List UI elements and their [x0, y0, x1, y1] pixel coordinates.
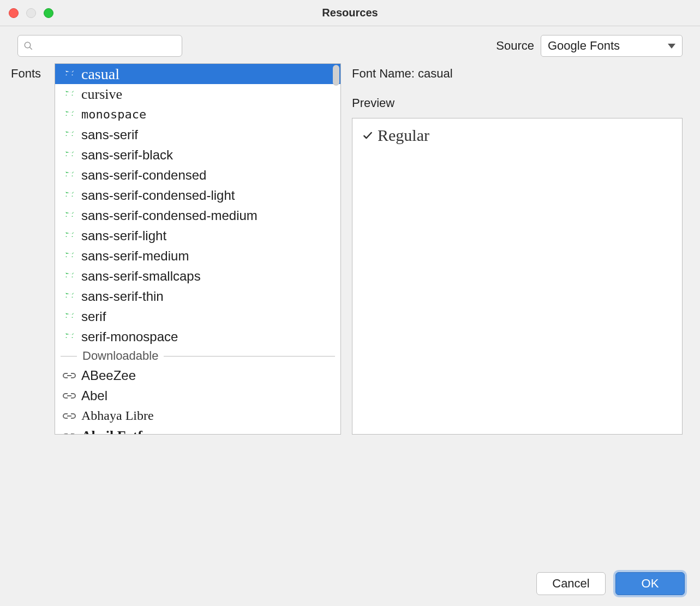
font-item-label: sans-serif-condensed-light — [81, 188, 235, 203]
svg-line-1 — [29, 47, 32, 50]
preview-variant-label: Regular — [378, 126, 429, 145]
link-icon — [63, 391, 76, 400]
font-item-label: sans-serif-smallcaps — [81, 269, 201, 284]
font-item[interactable]: serif — [55, 306, 340, 326]
font-item-label: Abel — [81, 388, 107, 403]
font-item[interactable]: Abhaya Libre — [55, 406, 340, 426]
preview-box: Regular — [352, 118, 683, 435]
android-icon — [63, 271, 76, 281]
minimize-window-button[interactable] — [26, 8, 36, 18]
cancel-button-label: Cancel — [552, 577, 589, 591]
font-item-label: serif-monospace — [81, 329, 178, 344]
font-item[interactable]: ABeeZee — [55, 365, 340, 385]
font-item-label: sans-serif-condensed-medium — [81, 208, 258, 223]
android-icon — [63, 150, 76, 160]
search-icon — [23, 41, 33, 51]
link-icon — [63, 412, 76, 420]
font-item-label: serif — [81, 309, 106, 324]
font-item[interactable]: Abril Fatface — [55, 426, 340, 434]
font-item-label: casual — [81, 66, 119, 83]
android-icon — [63, 69, 76, 79]
font-item-label: sans-serif-condensed — [81, 168, 206, 183]
dialog-footer: Cancel OK — [536, 572, 685, 595]
svg-point-0 — [25, 42, 31, 48]
font-item-label: sans-serif-medium — [81, 248, 189, 264]
font-name-value: casual — [418, 67, 453, 80]
font-item[interactable]: sans-serif-condensed-light — [55, 185, 340, 205]
font-item[interactable]: casual — [55, 64, 340, 84]
font-item-label: sans-serif-black — [81, 147, 173, 163]
cancel-button[interactable]: Cancel — [536, 572, 606, 595]
font-item[interactable]: monospace — [55, 104, 340, 124]
android-icon — [63, 312, 76, 322]
detail-panel: Font Name: casual Preview Regular — [352, 63, 683, 435]
font-list-panel: casualcursivemonospacesans-serifsans-ser… — [55, 63, 341, 435]
android-icon — [63, 231, 76, 241]
font-item-label: sans-serif-thin — [81, 289, 164, 304]
android-icon — [63, 332, 76, 342]
source-wrap: Source Google Fonts — [496, 35, 683, 57]
font-item-label: cursive — [81, 86, 122, 103]
font-item[interactable]: sans-serif — [55, 124, 340, 145]
font-item-label: sans-serif — [81, 127, 138, 142]
font-item[interactable]: sans-serif-smallcaps — [55, 266, 340, 286]
font-item[interactable]: sans-serif-condensed — [55, 165, 340, 185]
android-icon — [63, 90, 76, 99]
link-icon — [63, 432, 76, 435]
android-icon — [63, 110, 76, 120]
font-item[interactable]: sans-serif-thin — [55, 286, 340, 306]
chevron-down-icon — [668, 44, 675, 49]
font-name-label: Font Name: — [352, 67, 415, 80]
font-item-label: Abhaya Libre — [81, 408, 154, 423]
search-input[interactable] — [38, 40, 176, 52]
font-item[interactable]: serif-monospace — [55, 326, 340, 347]
android-icon — [63, 170, 76, 180]
source-dropdown[interactable]: Google Fonts — [541, 35, 683, 57]
titlebar: Resources — [0, 0, 700, 26]
link-icon — [63, 371, 76, 380]
section-divider: Downloadable — [55, 347, 340, 365]
android-icon — [63, 130, 76, 140]
maximize-window-button[interactable] — [44, 8, 53, 18]
ok-button-label: OK — [642, 577, 659, 591]
font-item-label: ABeeZee — [81, 368, 136, 383]
check-icon — [362, 130, 373, 141]
android-icon — [63, 292, 76, 301]
font-name-row: Font Name: casual — [352, 63, 683, 81]
close-window-button[interactable] — [9, 8, 19, 18]
source-label: Source — [496, 39, 534, 53]
font-item-label: monospace — [81, 108, 146, 121]
font-item-label: sans-serif-light — [81, 228, 166, 243]
ok-button[interactable]: OK — [615, 572, 685, 595]
android-icon — [63, 211, 76, 221]
preview-label: Preview — [352, 96, 683, 110]
font-item[interactable]: Abel — [55, 385, 340, 406]
preview-variant-row[interactable]: Regular — [362, 126, 672, 145]
font-list[interactable]: casualcursivemonospacesans-serifsans-ser… — [55, 64, 340, 434]
font-item[interactable]: sans-serif-black — [55, 145, 340, 165]
fonts-section-label: Fonts — [11, 63, 45, 435]
window-title: Resources — [0, 7, 700, 19]
font-item[interactable]: sans-serif-light — [55, 225, 340, 246]
font-item[interactable]: sans-serif-condensed-medium — [55, 205, 340, 225]
traffic-lights — [9, 8, 53, 18]
source-dropdown-value: Google Fonts — [548, 39, 620, 53]
android-icon — [63, 251, 76, 261]
font-item-label: Abril Fatface — [81, 428, 162, 435]
divider-label: Downloadable — [82, 349, 158, 363]
scrollbar-thumb[interactable] — [333, 65, 339, 86]
font-item[interactable]: cursive — [55, 84, 340, 104]
android-icon — [63, 191, 76, 200]
search-field-wrap — [17, 35, 182, 57]
toolbar: Source Google Fonts — [0, 26, 700, 63]
font-item[interactable]: sans-serif-medium — [55, 246, 340, 266]
